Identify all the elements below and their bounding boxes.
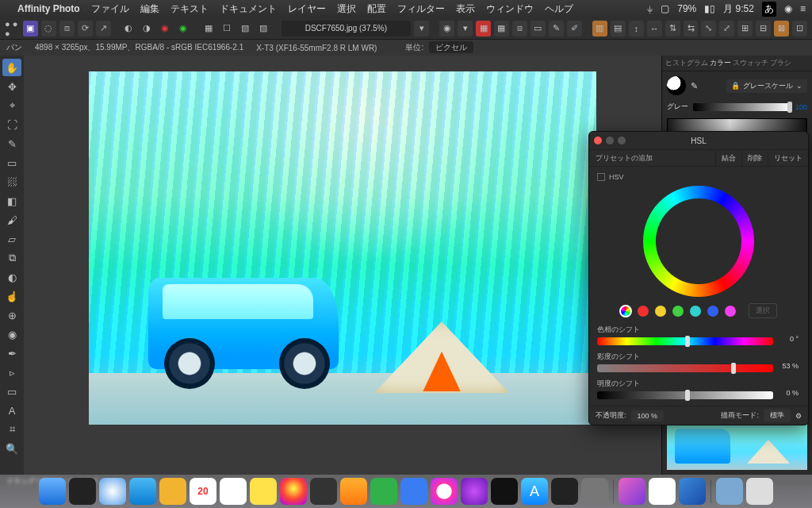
app-name[interactable]: Affinity Photo <box>17 3 80 14</box>
tool-mesh[interactable]: ⌗ <box>2 421 21 438</box>
dock-photos[interactable] <box>280 478 307 505</box>
hue-wheel[interactable] <box>643 186 754 297</box>
menu-document[interactable]: ドキュメント <box>220 2 277 16</box>
tool-node[interactable]: ▹ <box>2 364 21 381</box>
picker-button[interactable]: 選択 <box>749 303 777 318</box>
dock-facetime[interactable] <box>370 478 397 505</box>
tool-shape[interactable]: ▭ <box>2 383 21 400</box>
tool-hand[interactable]: ✋ <box>2 59 21 76</box>
sel-all[interactable]: ▦ <box>201 21 216 37</box>
force-pixel[interactable]: ▭ <box>530 21 546 37</box>
quickmask-dd[interactable]: ▾ <box>458 21 473 37</box>
dock-downloads[interactable] <box>716 478 743 505</box>
opacity-value[interactable]: 100 % <box>631 410 665 421</box>
dock-settings[interactable] <box>581 478 608 505</box>
document-canvas[interactable] <box>89 71 596 425</box>
dock-trash[interactable] <box>746 478 773 505</box>
menu-file[interactable]: ファイル <box>91 2 129 16</box>
tool-erase[interactable]: ▱ <box>2 230 21 248</box>
fg-bg-swatch[interactable] <box>667 76 686 95</box>
dock-launchpad[interactable] <box>69 478 96 505</box>
document-title[interactable]: DSCF7650.jpg (37.5%) <box>282 21 412 37</box>
hsl-titlebar[interactable]: HSL <box>589 132 808 149</box>
dock-podcasts[interactable] <box>461 478 488 505</box>
tool-flood[interactable]: ⛆ <box>2 173 21 190</box>
clock[interactable]: 月 9:52 <box>723 2 754 16</box>
dock-calendar[interactable]: 20 <box>190 478 216 505</box>
tool-pen[interactable]: ✒ <box>2 344 21 362</box>
arrange-f[interactable]: ⇆ <box>684 21 699 37</box>
tool-clone[interactable]: ⧉ <box>2 249 21 267</box>
dock-imovie[interactable] <box>310 478 337 505</box>
persona-develop[interactable]: ⧈ <box>59 21 75 37</box>
dock-folder[interactable] <box>649 478 676 505</box>
tool-heal[interactable]: ⊕ <box>2 306 21 324</box>
arrange-l[interactable]: ⊡ <box>792 21 807 37</box>
dock-itunes[interactable] <box>431 478 458 505</box>
channel-master[interactable] <box>620 306 631 317</box>
canvas-area[interactable] <box>24 56 661 475</box>
tool-curves[interactable]: ◉ <box>176 21 191 37</box>
arrange-c[interactable]: ↕ <box>629 21 644 37</box>
blend-mode-dropdown[interactable]: 標準 <box>764 409 791 422</box>
channel-red[interactable] <box>638 306 649 317</box>
dock-affinity-designer[interactable] <box>679 478 706 505</box>
tool-selection-brush[interactable]: ✎ <box>2 135 21 152</box>
battery-icon[interactable]: ▮▯ <box>704 3 715 14</box>
tool-wb[interactable]: ◉ <box>158 21 173 37</box>
hue-value[interactable]: 0 ° <box>775 335 799 343</box>
arrange-h[interactable]: ⤢ <box>719 21 734 37</box>
btn-delete[interactable]: 削除 <box>741 151 768 166</box>
tab-color[interactable]: カラー <box>710 58 731 68</box>
channel-cyan[interactable] <box>690 306 701 317</box>
assist[interactable]: ✎ <box>549 21 564 37</box>
tool-text[interactable]: A <box>2 402 21 419</box>
dock-reminders[interactable] <box>250 478 277 505</box>
assist-b[interactable]: ✐ <box>567 21 582 37</box>
sel-pixel[interactable]: ▨ <box>256 21 271 37</box>
tool-red-eye[interactable]: ◉ <box>2 325 21 343</box>
menu-view[interactable]: 表示 <box>456 2 475 16</box>
persona-export[interactable]: ↗ <box>96 21 111 37</box>
notification-icon[interactable]: ≡ <box>800 3 806 14</box>
dock-contacts[interactable] <box>159 478 186 505</box>
hue-slider[interactable] <box>597 337 773 345</box>
quickmask[interactable]: ◉ <box>439 21 454 37</box>
channel-magenta[interactable] <box>725 306 736 317</box>
gray-value[interactable]: 100 <box>795 103 807 111</box>
tab-swatches[interactable]: スウォッチ <box>733 58 768 68</box>
tool-move[interactable]: ✥ <box>2 78 21 95</box>
tool-dodge[interactable]: ◐ <box>2 268 21 286</box>
input-source[interactable]: あ <box>762 2 776 17</box>
persona-photo[interactable]: ▣ <box>23 21 38 37</box>
menu-window[interactable]: ウィンドウ <box>486 2 534 16</box>
dock-finder[interactable] <box>39 478 66 505</box>
persona-liquify[interactable]: ◌ <box>41 21 56 37</box>
menu-text[interactable]: テキスト <box>170 2 209 16</box>
tool-gradient[interactable]: ◧ <box>2 192 21 210</box>
hsv-checkbox[interactable]: HSV <box>597 173 800 181</box>
wifi-icon[interactable]: ⏚ <box>647 3 653 14</box>
snap[interactable]: ⧇ <box>512 21 527 37</box>
tool-smudge[interactable]: ☝ <box>2 287 21 305</box>
tab-histogram[interactable]: ヒストグラム <box>665 58 708 68</box>
tool-invert[interactable]: ◐ <box>121 21 136 37</box>
toggle-b[interactable]: ▦ <box>494 21 509 37</box>
doc-dropdown[interactable]: ▾ <box>414 21 429 37</box>
menu-edit[interactable]: 編集 <box>140 2 159 16</box>
menu-select[interactable]: 選択 <box>337 2 356 16</box>
arrange-e[interactable]: ⇅ <box>665 21 680 37</box>
dock-ibooks[interactable] <box>340 478 367 505</box>
tab-brushes[interactable]: ブラシ <box>770 58 791 68</box>
dock-messages[interactable] <box>400 478 427 505</box>
sat-slider[interactable] <box>597 364 773 372</box>
menu-arrange[interactable]: 配置 <box>367 2 386 16</box>
dock-mail[interactable] <box>129 478 156 505</box>
arrange-a[interactable]: ▥ <box>592 21 607 37</box>
traffic-lights[interactable]: ● ● ● <box>5 21 20 37</box>
persona-tone[interactable]: ⟳ <box>78 21 93 37</box>
siri-icon[interactable]: ◉ <box>784 3 792 14</box>
dock-affinity-photo[interactable] <box>619 478 645 505</box>
tool-levels[interactable]: ◑ <box>140 21 155 37</box>
tool-zoom[interactable]: 🔍 <box>2 440 21 457</box>
